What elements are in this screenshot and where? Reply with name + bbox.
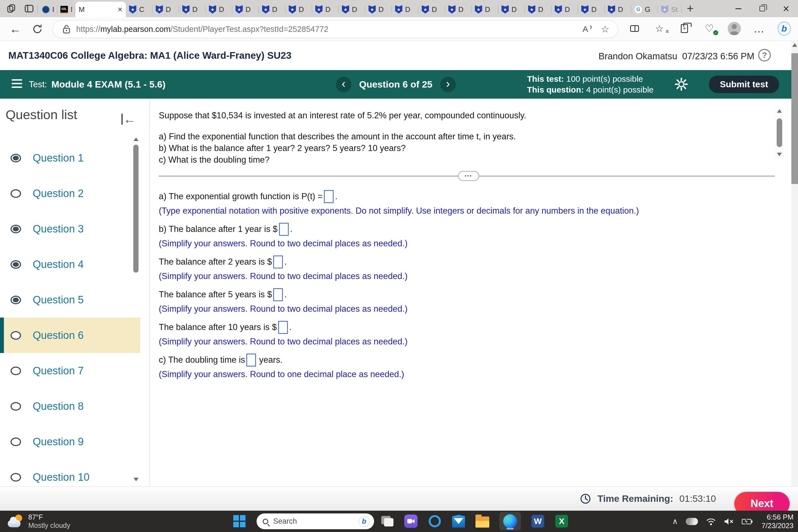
sidebar-item-question-8[interactable]: Question 8	[0, 388, 140, 424]
read-aloud-icon[interactable]: A	[583, 24, 592, 34]
task-view-icon[interactable]	[380, 514, 394, 528]
content-scroll-up-arrow[interactable]	[777, 109, 782, 113]
shield-star-favicon: ★	[262, 5, 269, 14]
profile-avatar[interactable]	[728, 22, 741, 35]
new-tab-button[interactable]: +	[684, 2, 697, 15]
window-minimize-button[interactable]	[726, 0, 750, 17]
browser-tab[interactable]: ★D	[259, 2, 285, 17]
favorites-icon[interactable]: ☆	[653, 22, 666, 35]
refresh-button[interactable]	[31, 23, 44, 36]
browser-tab[interactable]: ★D	[525, 2, 551, 17]
browser-tab[interactable]: ★D	[551, 2, 578, 17]
window-close-button[interactable]: ×	[774, 0, 798, 17]
content-scrollbar-thumb[interactable]	[777, 118, 782, 147]
file-explorer-icon[interactable]	[475, 514, 489, 528]
window-restore-button[interactable]	[750, 0, 774, 17]
tab-close-icon[interactable]: ×	[117, 5, 122, 14]
content-scroll-down-arrow[interactable]	[777, 153, 782, 156]
cortana-icon[interactable]	[428, 514, 442, 528]
browser-tab[interactable]: GG	[631, 2, 658, 17]
sidebar-item-question-9[interactable]: Question 9	[0, 424, 140, 459]
collections-icon[interactable]: +	[678, 22, 691, 35]
previous-question-button[interactable]: ‹	[336, 77, 352, 92]
browser-tab[interactable]: ★St	[658, 2, 682, 17]
battery-charging-icon[interactable]	[742, 518, 753, 525]
sidebar-item-question-4[interactable]: Question 4	[0, 247, 140, 282]
excel-app-icon[interactable]: X	[555, 514, 569, 528]
browser-essentials-icon[interactable]: ♡	[703, 22, 716, 35]
taskbar-weather-widget[interactable]: 87°F Mostly cloudy	[8, 513, 70, 530]
browser-tab[interactable]: ★D	[339, 2, 365, 17]
sidebar-scrollbar-thumb[interactable]	[133, 145, 138, 273]
sidebar-item-question-6[interactable]: Question 6	[0, 318, 140, 353]
browser-tab[interactable]: ★D	[392, 2, 418, 17]
wifi-icon[interactable]	[706, 517, 716, 526]
next-question-button[interactable]: ›	[440, 77, 456, 92]
shield-star-favicon: ★	[289, 5, 296, 14]
help-button[interactable]: ?	[758, 49, 771, 61]
tab-actions-icon[interactable]	[24, 4, 34, 13]
answer-input-box[interactable]	[279, 223, 289, 236]
browser-scroll-up-arrow[interactable]	[792, 43, 797, 47]
sidebar-item-question-7[interactable]: Question 7	[0, 353, 140, 388]
volume-muted-icon[interactable]	[724, 518, 734, 525]
menu-icon[interactable]	[12, 79, 22, 88]
url-host: mylab.pearson.com	[100, 25, 170, 34]
browser-tab[interactable]: ★D	[418, 2, 445, 17]
browser-tab[interactable]: ★D	[152, 2, 179, 17]
browser-tab[interactable]: ★D	[232, 2, 259, 17]
browser-tab[interactable]: ★D	[445, 2, 472, 17]
workspaces-icon[interactable]	[7, 4, 16, 13]
browser-tab[interactable]: R	[39, 2, 57, 17]
divider-expand-handle[interactable]: •••	[458, 171, 479, 181]
sidebar-scroll-down-arrow[interactable]	[134, 478, 138, 481]
browser-tab[interactable]: ★D	[206, 2, 232, 17]
word-app-icon[interactable]: W	[531, 514, 545, 528]
sidebar-item-question-5[interactable]: Question 5	[0, 282, 140, 318]
tab-title: M	[79, 5, 85, 14]
browser-scrollbar-thumb[interactable]	[791, 53, 798, 184]
taskbar-search[interactable]: Search b	[256, 513, 374, 529]
split-screen-icon[interactable]	[628, 22, 641, 35]
gear-icon[interactable]	[674, 77, 689, 92]
answer-input-box[interactable]	[324, 190, 334, 203]
edge-browser-icon-active[interactable]	[499, 512, 521, 530]
browser-scrollbar	[791, 41, 798, 511]
tray-chevron-icon[interactable]: ∧	[672, 517, 678, 526]
shield-star-favicon: ★	[209, 5, 216, 14]
sidebar-item-question-2[interactable]: Question 2	[0, 176, 140, 211]
answer-input-box[interactable]	[273, 288, 283, 301]
collapse-panel-icon[interactable]: ←	[121, 113, 137, 125]
browser-tab[interactable]: ★D	[498, 2, 525, 17]
address-bar[interactable]: https://mylab.pearson.com/Student/Player…	[53, 20, 618, 38]
browser-tab[interactable]: ★D	[285, 2, 312, 17]
answer-statement: The balance after 10 years is $.	[159, 320, 775, 335]
onedrive-icon[interactable]	[686, 518, 698, 525]
browser-tab[interactable]: ★D	[605, 2, 631, 17]
start-button[interactable]	[233, 515, 246, 528]
answer-input-box[interactable]	[273, 255, 283, 268]
sidebar-item-question-3[interactable]: Question 3	[0, 211, 140, 247]
browser-tab-active[interactable]: M×	[75, 2, 126, 17]
mail-app-icon[interactable]	[452, 514, 466, 528]
browser-tab[interactable]: ★D	[365, 2, 392, 17]
browser-tab[interactable]: ★C	[126, 2, 152, 17]
add-favorite-icon[interactable]: ☆	[601, 23, 609, 35]
browser-tab[interactable]: ★D	[472, 2, 498, 17]
chat-app-icon[interactable]	[404, 514, 418, 528]
browser-tab[interactable]: ★D	[578, 2, 605, 17]
lock-icon[interactable]	[63, 25, 70, 34]
bing-chat-icon[interactable]: b	[778, 22, 791, 35]
settings-menu-icon[interactable]: …	[753, 22, 766, 35]
answer-input-box[interactable]	[278, 321, 288, 334]
browser-tab[interactable]: ★D	[312, 2, 339, 17]
answer-input-box[interactable]	[246, 354, 256, 366]
browser-tab[interactable]: D2LM	[57, 2, 75, 17]
browser-tab[interactable]: ★D	[179, 2, 206, 17]
sidebar-scroll-up-arrow[interactable]	[134, 137, 138, 141]
sidebar-item-question-1[interactable]: Question 1	[0, 140, 140, 176]
submit-test-button[interactable]: Submit test	[709, 76, 779, 93]
taskbar-clock[interactable]: 6:56 PM 7/23/2023	[761, 513, 794, 530]
back-button[interactable]: ←	[9, 23, 22, 36]
sidebar-item-question-10[interactable]: Question 10	[0, 459, 140, 486]
